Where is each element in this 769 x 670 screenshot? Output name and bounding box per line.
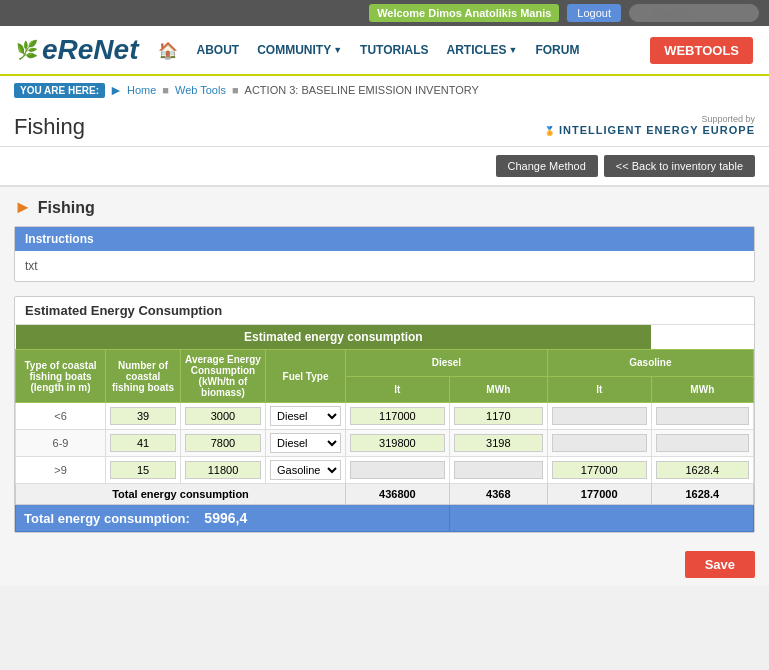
chevron-down-icon: ▼	[333, 45, 342, 55]
nav-tutorials[interactable]: TUTORIALS	[360, 43, 428, 57]
table-row: >9 Diesel Gasoline	[16, 457, 754, 484]
col-type: Type of coastal fishing boats (length in…	[16, 350, 106, 403]
nav-articles[interactable]: ARTICLES ▼	[447, 43, 518, 57]
total-row: Total energy consumption 436800 4368 177…	[16, 484, 754, 505]
webtools-button[interactable]: WEBTOOLS	[650, 37, 753, 64]
nav-forum[interactable]: FORUM	[535, 43, 579, 57]
main-header: Estimated energy consumption	[16, 325, 652, 350]
row-avg-energy[interactable]	[181, 430, 266, 457]
fishing-section-header: ► Fishing	[14, 197, 755, 218]
row-gasoline-mwh[interactable]	[651, 457, 753, 484]
total-diesel-lt: 436800	[346, 484, 450, 505]
total-gasoline-lt: 177000	[547, 484, 651, 505]
total-diesel-mwh: 4368	[449, 484, 547, 505]
table-row: 6-9 Diesel Gasoline	[16, 430, 754, 457]
search-wrap: 🔍	[629, 4, 759, 22]
col-diesel-lt: lt	[346, 376, 450, 403]
welcome-badge: Welcome Dimos Anatolikis Manis	[369, 4, 559, 22]
row-avg-energy[interactable]	[181, 457, 266, 484]
total-gasoline-mwh: 1628.4	[651, 484, 753, 505]
instructions-body: txt	[15, 251, 754, 281]
page-title-area: Fishing Supported by 🏅 INTELLIGENT ENERG…	[0, 104, 769, 147]
grand-total-row: Total energy consumption: 5996,4	[16, 505, 754, 532]
logo-leaves-icon: 🌿	[16, 39, 38, 61]
col-gasoline-mwh: MWh	[651, 376, 753, 403]
row-diesel-mwh[interactable]	[449, 403, 547, 430]
back-to-inventory-button[interactable]: << Back to inventory table	[604, 155, 755, 177]
table-row: <6 Diesel Gasoline	[16, 403, 754, 430]
fishing-section-title: Fishing	[38, 199, 95, 217]
change-method-button[interactable]: Change Method	[496, 155, 598, 177]
breadcrumb-sep-2: ■	[232, 84, 239, 96]
table-wrapper: Estimated energy consumption Type of coa…	[15, 325, 754, 532]
row-gasoline-mwh[interactable]	[651, 430, 753, 457]
grand-total-spacer	[449, 505, 753, 532]
row-number[interactable]	[106, 457, 181, 484]
save-area: Save	[0, 543, 769, 586]
row-avg-energy[interactable]	[181, 403, 266, 430]
row-diesel-mwh[interactable]	[449, 430, 547, 457]
breadcrumb-current: ACTION 3: BASELINE EMISSION INVENTORY	[245, 84, 479, 96]
row-fuel-type[interactable]: Diesel Gasoline	[266, 403, 346, 430]
row-gasoline-mwh[interactable]	[651, 403, 753, 430]
row-type: >9	[16, 457, 106, 484]
save-button[interactable]: Save	[685, 551, 755, 578]
row-type: 6-9	[16, 430, 106, 457]
total-label: Total energy consumption	[16, 484, 346, 505]
top-bar: Welcome Dimos Anatolikis Manis Logout 🔍	[0, 0, 769, 26]
row-type: <6	[16, 403, 106, 430]
grand-total-label: Total energy consumption: 5996,4	[16, 505, 450, 532]
col-gasoline: Gasoline	[547, 350, 753, 377]
search-input[interactable]	[629, 4, 759, 22]
col-number: Number of coastal fishing boats	[106, 350, 181, 403]
row-gasoline-lt[interactable]	[547, 457, 651, 484]
content: ► Fishing Instructions txt Estimated Ene…	[0, 187, 769, 543]
breadcrumb-webtools[interactable]: Web Tools	[175, 84, 226, 96]
col-fuel-type: Fuel Type	[266, 350, 346, 403]
estimated-title: Estimated Energy Consumption	[15, 297, 754, 325]
instructions-header: Instructions	[15, 227, 754, 251]
nav-about[interactable]: ABOUT	[196, 43, 239, 57]
logo: 🌿 eReNet	[16, 34, 138, 66]
breadcrumb-sep-1: ■	[162, 84, 169, 96]
welcome-text: Welcome	[377, 7, 425, 19]
user-name: Dimos Anatolikis Manis	[428, 7, 551, 19]
iee-supported: Supported by	[544, 114, 755, 124]
row-fuel-type[interactable]: Diesel Gasoline	[266, 457, 346, 484]
row-gasoline-lt[interactable]	[547, 430, 651, 457]
action-bar: Change Method << Back to inventory table	[0, 147, 769, 187]
col-diesel: Diesel	[346, 350, 548, 377]
row-number[interactable]	[106, 430, 181, 457]
row-diesel-lt[interactable]	[346, 457, 450, 484]
chevron-down-icon-articles: ▼	[509, 45, 518, 55]
energy-table: Estimated energy consumption Type of coa…	[15, 325, 754, 532]
logo-text: eReNet	[42, 34, 138, 66]
row-diesel-lt[interactable]	[346, 403, 450, 430]
row-number[interactable]	[106, 403, 181, 430]
breadcrumb-arrow-icon: ►	[109, 82, 123, 98]
row-diesel-mwh[interactable]	[449, 457, 547, 484]
header: 🌿 eReNet 🏠 ABOUT COMMUNITY ▼ TUTORIALS A…	[0, 26, 769, 76]
breadcrumb-home[interactable]: Home	[127, 84, 156, 96]
orange-arrow-icon: ►	[14, 197, 32, 218]
grand-total-value: 5996,4	[204, 510, 247, 526]
page-title: Fishing	[14, 114, 85, 140]
nav-community[interactable]: COMMUNITY ▼	[257, 43, 342, 57]
row-diesel-lt[interactable]	[346, 430, 450, 457]
iee-name: 🏅 INTELLIGENT ENERGY EUROPE	[544, 124, 755, 136]
instructions-box: Instructions txt	[14, 226, 755, 282]
you-are-here-label: YOU ARE HERE:	[14, 83, 105, 98]
row-gasoline-lt[interactable]	[547, 403, 651, 430]
logout-button[interactable]: Logout	[567, 4, 621, 22]
main-nav: 🏠 ABOUT COMMUNITY ▼ TUTORIALS ARTICLES ▼…	[158, 37, 753, 64]
breadcrumb: YOU ARE HERE: ► Home ■ Web Tools ■ ACTIO…	[0, 76, 769, 104]
home-icon[interactable]: 🏠	[158, 41, 178, 60]
row-fuel-type[interactable]: Diesel Gasoline	[266, 430, 346, 457]
col-diesel-mwh: MWh	[449, 376, 547, 403]
col-avg-energy: Average Energy Consumption (kWh/tn of bi…	[181, 350, 266, 403]
table-section: Estimated Energy Consumption Estimated e…	[14, 296, 755, 533]
iee-logo: Supported by 🏅 INTELLIGENT ENERGY EUROPE	[544, 114, 755, 136]
col-gasoline-lt: lt	[547, 376, 651, 403]
